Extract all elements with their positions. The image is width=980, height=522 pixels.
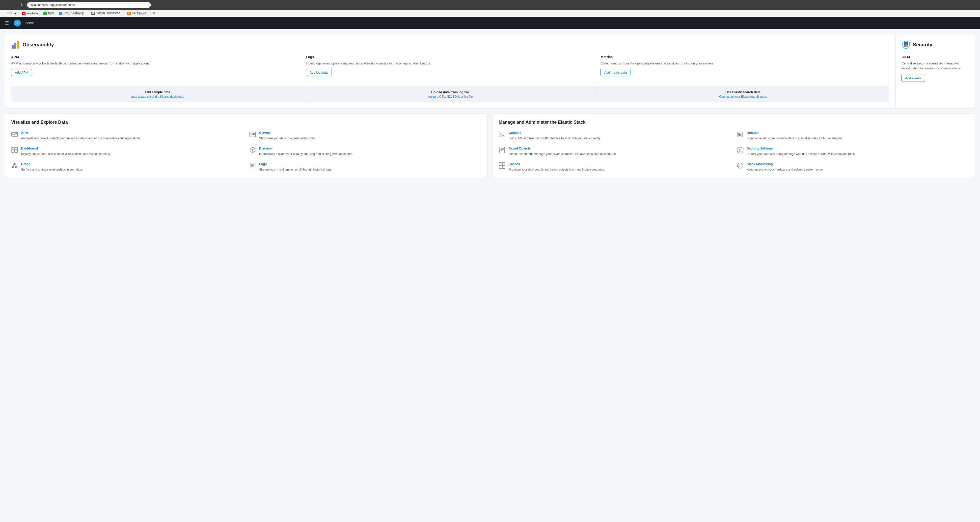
add-logs-button[interactable]: Add log data	[306, 69, 331, 76]
obs-metrics-desc: Collect metrics from the operating syste…	[600, 61, 889, 66]
quick-action-sample-title: Add sample data	[15, 90, 300, 94]
svg-point-41	[740, 149, 741, 150]
bookmark-youtube-label: YouTube	[27, 12, 38, 15]
manage-card: Manage and Administer the Elastic Stack …	[493, 113, 975, 178]
mgmt-console-item: Console Skip cURL and use this JSON inte…	[499, 131, 731, 140]
bookmark-gc-label: GC 的认识 - 《Go...	[132, 11, 158, 15]
security-icon	[902, 40, 910, 49]
vis-apm-desc: Automatically collect in-depth performan…	[21, 136, 141, 140]
vis-dashboard-name[interactable]: Dashboard	[21, 147, 111, 150]
svg-rect-35	[499, 132, 505, 137]
mgmt-monitoring-name[interactable]: Stack Monitoring	[747, 162, 823, 166]
mgmt-spaces-name[interactable]: Spaces	[509, 162, 605, 166]
mgmt-saved-content: Saved Objects Import, export, and manage…	[509, 147, 617, 156]
manage-title: Manage and Administer the Elastic Stack	[499, 120, 969, 125]
obs-apm-title: APM	[11, 55, 300, 59]
svg-rect-38	[738, 133, 740, 136]
svg-rect-16	[15, 150, 18, 152]
bookmark-gmail-label: Gmail	[10, 12, 17, 15]
obs-logs-title: Logs	[306, 55, 595, 59]
add-metrics-button[interactable]: Add metric data	[600, 69, 630, 76]
bookmark-youtube[interactable]: ▶ YouTube	[20, 11, 40, 16]
kibana-logo: K	[14, 19, 21, 27]
vis-discover-icon	[249, 147, 256, 153]
svg-rect-14	[15, 147, 18, 150]
quick-action-elasticsearch[interactable]: Use Elasticsearch data Connect to your E…	[597, 86, 889, 102]
svg-rect-2	[12, 45, 14, 49]
mgmt-security-icon	[737, 147, 744, 153]
gmail-icon: G	[5, 12, 8, 15]
quick-action-upload-sub: Import a CSV, NDJSON, or log file	[308, 95, 593, 98]
svg-rect-39	[740, 134, 741, 136]
quick-actions: Add sample data Load a data set and a Ki…	[11, 86, 889, 102]
observability-panel: Observability APM APM automatically coll…	[5, 34, 896, 108]
visualize-title: Visualize and Explore Data	[11, 120, 481, 125]
vis-discover-name[interactable]: Discover	[259, 147, 353, 150]
bookmark-maps[interactable]: 📍 地图	[41, 11, 56, 16]
obs-metrics-title: Metrics	[600, 55, 889, 59]
bookmark-books[interactable]: 📖 书栈网 · BookStac...	[89, 11, 124, 16]
vis-dashboard-content: Dashboard Display and share a collection…	[21, 147, 111, 156]
bookmark-books-label: 书栈网 · BookStac...	[96, 11, 123, 15]
mgmt-monitoring-content: Stack Monitoring Keep an eye on your har…	[747, 162, 823, 172]
manage-grid: Console Skip cURL and use this JSON inte…	[499, 131, 969, 172]
mgmt-console-name[interactable]: Console	[509, 131, 601, 134]
top-section: Observability APM APM automatically coll…	[5, 34, 975, 109]
bookmark-gmail[interactable]: G Gmail	[3, 11, 19, 16]
vis-graph-item: Graph Surface and analyze relationships …	[11, 162, 243, 172]
mgmt-security-item: Security Settings Protect your data and …	[737, 147, 969, 156]
add-events-button[interactable]: Add events	[902, 75, 925, 82]
bottom-section: Visualize and Explore Data APM Automatic…	[5, 113, 975, 178]
back-button[interactable]: ←	[3, 2, 10, 8]
browser-chrome: ← → ↻ localhost:5601/app/kibana#/home	[0, 0, 980, 10]
obs-features: APM APM automatically collects in-depth …	[11, 55, 889, 76]
vis-logs-content: Logs Stream logs in real time or scroll …	[259, 162, 332, 172]
nav-buttons: ← → ↻	[3, 2, 25, 8]
svg-rect-42	[499, 163, 502, 165]
address-bar[interactable]: localhost:5601/app/kibana#/home	[27, 2, 151, 8]
mgmt-spaces-icon	[499, 162, 506, 169]
mgmt-saved-desc: Import, export, and manage your saved se…	[509, 152, 617, 156]
vis-graph-name[interactable]: Graph	[21, 162, 83, 166]
svg-rect-43	[503, 163, 505, 165]
vis-discover-item: Discover Interactively explore your data…	[249, 147, 481, 156]
add-apm-button[interactable]: Add APM	[11, 69, 32, 76]
vis-logs-item: Logs Stream logs in real time or scroll …	[249, 162, 481, 172]
siem-block: SIEM Centralize security events for inte…	[902, 55, 969, 82]
mgmt-saved-name[interactable]: Saved Objects	[509, 147, 617, 150]
svg-text:K: K	[16, 21, 18, 25]
observability-title-text: Observability	[22, 42, 54, 48]
forward-button[interactable]: →	[11, 2, 18, 8]
quick-action-upload[interactable]: Upload data from log file Import a CSV, …	[304, 86, 597, 102]
refresh-button[interactable]: ↻	[19, 2, 25, 8]
mgmt-security-desc: Protect your data and easily manage who …	[747, 152, 856, 156]
vis-graph-content: Graph Surface and analyze relationships …	[21, 162, 83, 172]
security-title-text: Security	[913, 42, 932, 48]
vis-graph-desc: Surface and analyze relationships in you…	[21, 167, 83, 172]
vis-logs-name[interactable]: Logs	[259, 162, 332, 166]
youtube-icon: ▶	[22, 12, 25, 15]
obs-apm-desc: APM automatically collects in-depth perf…	[11, 61, 300, 66]
vis-dashboard-desc: Display and share a collection of visual…	[21, 152, 111, 156]
vis-apm-item: APM Automatically collect in-depth perfo…	[11, 131, 243, 140]
mgmt-monitoring-item: Stack Monitoring Keep an eye on your har…	[737, 162, 969, 172]
svg-rect-12	[253, 134, 255, 135]
mgmt-security-content: Security Settings Protect your data and …	[747, 147, 856, 156]
vis-canvas-item: Canvas Showcase your data in a pixel-per…	[249, 131, 481, 140]
mgmt-security-name[interactable]: Security Settings	[747, 147, 856, 150]
security-title: Security	[902, 40, 969, 49]
kibana-topbar: ☰ K Home	[0, 17, 980, 29]
security-panel: Security SIEM Centralize security events…	[896, 34, 975, 108]
bookmark-enterprise[interactable]: B 企业户基本信息...	[57, 11, 88, 16]
quick-action-sample[interactable]: Add sample data Load a data set and a Ki…	[11, 86, 304, 102]
bookmark-gc[interactable]: G GC 的认识 - 《Go...	[125, 11, 160, 16]
vis-canvas-name[interactable]: Canvas	[259, 131, 315, 134]
mgmt-rollups-name[interactable]: Rollups	[747, 131, 843, 134]
obs-apm-block: APM APM automatically collects in-depth …	[11, 55, 300, 76]
vis-apm-name[interactable]: APM	[21, 131, 141, 134]
maps-icon: 📍	[43, 12, 47, 15]
mgmt-rollups-icon	[737, 131, 744, 138]
vis-apm-content: APM Automatically collect in-depth perfo…	[21, 131, 141, 140]
svg-rect-13	[12, 147, 14, 150]
menu-button[interactable]: ☰	[4, 19, 10, 27]
